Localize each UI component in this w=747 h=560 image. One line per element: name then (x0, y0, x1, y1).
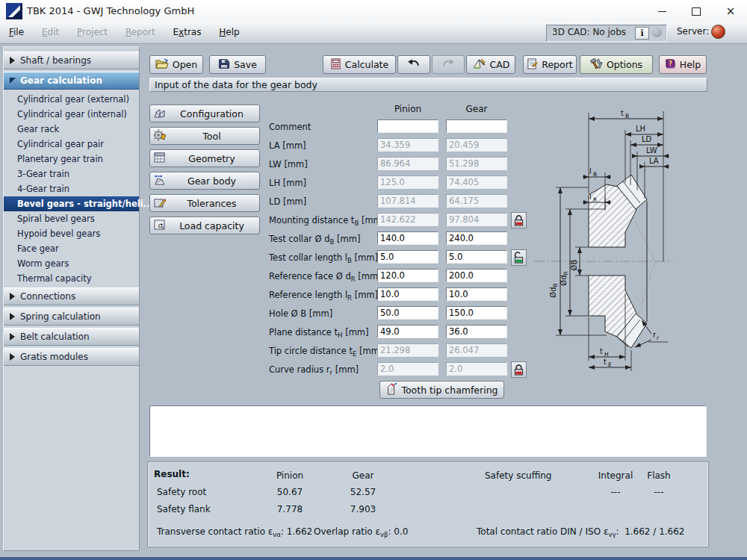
result-col-integral: Integral (593, 470, 638, 481)
minimize-button[interactable] (645, 0, 678, 22)
pinion-hole-diameter-input[interactable] (377, 306, 438, 320)
sidebar-section-gear-calculation[interactable]: Gear calculation (4, 72, 139, 90)
sidebar-item-cylindrical-gear-external[interactable]: Cylindrical gear (external) (4, 92, 139, 107)
menu-help[interactable]: Help (211, 22, 247, 43)
help-button[interactable]: ? Help (659, 55, 707, 74)
svg-text:E: E (608, 361, 612, 368)
redo-button (432, 55, 465, 74)
sidebar-item-worm-gears[interactable]: Worm gears (4, 256, 139, 271)
save-button[interactable]: Save (209, 55, 266, 74)
sidebar-item-face-gear[interactable]: Face gear (4, 241, 139, 256)
field-label-curve-radius: Curve radius rr [mm] (269, 363, 376, 376)
save-floppy-icon (218, 58, 230, 72)
pinion-ld-input (377, 194, 438, 208)
pinion-tip-circle-distance-input (377, 343, 438, 357)
cad-ruler-icon (472, 57, 486, 72)
load-capacity-button[interactable]: σx Load capacity (149, 217, 260, 234)
result-col-pinion: Pinion (267, 470, 312, 481)
result-transverse-ratio: Transverse contact ratio εvα: 1.662 (157, 526, 312, 538)
section-title: Input of the data for the gear body (149, 78, 707, 92)
sidebar-section-belt-calculation[interactable]: Belt calculation (4, 328, 139, 346)
gear-comment-input[interactable] (446, 119, 507, 133)
svg-text:B: B (593, 171, 597, 178)
gear-ld-input (446, 194, 507, 208)
pinion-reference-length-input[interactable] (377, 287, 438, 301)
result-row-label: Safety root (157, 487, 206, 497)
sidebar-section-spring-calculation[interactable]: Spring calculation (4, 308, 139, 326)
configuration-button[interactable]: Configuration (149, 105, 260, 122)
tool-button[interactable]: Tool (149, 127, 260, 145)
sidebar-section-shaft-bearings[interactable]: Shaft / bearings (4, 52, 139, 69)
menu-file[interactable]: File (1, 22, 31, 43)
message-area (149, 405, 707, 457)
menu-project: Project (69, 22, 115, 43)
chevron-right-icon (10, 293, 15, 300)
result-total-ratio: Total contact ratio DIN / ISO εvγ: 1.662… (477, 526, 685, 538)
tooth-tip-chamfering-button[interactable]: Tooth tip chamfering (379, 381, 504, 399)
pinion-reference-face-diameter-input[interactable] (377, 269, 438, 282)
redo-icon (441, 59, 455, 71)
column-header-gear: Gear (446, 104, 507, 114)
dim-label-lr: l (589, 193, 592, 201)
sidebar-item-gear-rack[interactable]: Gear rack (4, 122, 139, 137)
field-label-ld: LD [mm] (269, 195, 376, 208)
result-col-gear: Gear (341, 470, 385, 481)
sidebar-item-4-gear-train[interactable]: 4-Gear train (4, 181, 139, 196)
menu-edit: Edit (34, 22, 66, 43)
options-button[interactable]: Options (580, 55, 653, 74)
app-logo-icon (6, 3, 22, 22)
gear-body-button[interactable]: Gear body (149, 172, 260, 190)
gear-test-collar-length-input[interactable] (446, 250, 507, 264)
maximize-button[interactable] (680, 0, 713, 22)
sidebar-item-hypoid-bevel-gears[interactable]: Hypoid bevel gears (4, 226, 139, 241)
chevron-right-icon (10, 313, 15, 320)
calculator-icon (330, 58, 341, 72)
geometry-button[interactable]: Geometry (149, 149, 260, 167)
gear-reference-length-input[interactable] (446, 287, 507, 301)
close-button[interactable]: × (714, 0, 747, 22)
pinion-lw-input (377, 157, 438, 170)
sidebar-item-bevel-gears[interactable]: Bevel gears - straight/heli... (4, 196, 139, 211)
dim-label-ld: LD (642, 135, 652, 143)
sidebar-section-gratis-modules[interactable]: Gratis modules (4, 348, 139, 366)
tolerances-icon (153, 196, 167, 211)
sidebar-item-cylindrical-gear-pair[interactable]: Cylindrical gear pair (4, 137, 139, 152)
pinion-plane-distance-input[interactable] (377, 325, 438, 338)
pinion-comment-input[interactable] (377, 119, 438, 133)
sidebar-item-thermal-capacity[interactable]: Thermal capacity (4, 271, 139, 286)
gear-lw-input (446, 157, 507, 170)
field-label-comment: Comment (269, 120, 376, 134)
gear-plane-distance-input[interactable] (446, 325, 507, 338)
svg-text:?: ? (669, 60, 672, 67)
pinion-test-collar-diameter-input[interactable] (377, 231, 438, 245)
result-value: --- (593, 487, 638, 497)
report-notepad-icon (527, 58, 538, 72)
field-label-reference-face-diameter: Reference face Ø dR [mm] (269, 270, 376, 283)
configuration-icon (153, 106, 167, 122)
calculate-button[interactable]: Calculate (323, 55, 396, 74)
dim-label-db: ØdB (549, 283, 559, 297)
tolerances-button[interactable]: Tolerances (149, 194, 260, 212)
pinion-test-collar-length-input[interactable] (377, 250, 438, 264)
gear-reference-face-diameter-input[interactable] (446, 269, 507, 282)
report-button[interactable]: Report (523, 55, 577, 74)
sidebar-item-cylindrical-gear-internal[interactable]: Cylindrical gear (internal) (4, 107, 139, 122)
undo-button[interactable] (397, 55, 430, 74)
cad-status-indicator (652, 28, 662, 37)
server-status-indicator (711, 25, 725, 39)
sidebar-item-planetary-gear-train[interactable]: Planetary gear train (4, 152, 139, 167)
pinion-mounting-distance-input (377, 213, 438, 226)
gear-test-collar-diameter-input[interactable] (446, 231, 507, 245)
dim-label-lh: LH (636, 125, 645, 133)
cad-button[interactable]: CAD (466, 55, 515, 74)
sidebar-item-3-gear-train[interactable]: 3-Gear train (4, 167, 139, 181)
undo-icon (407, 59, 421, 71)
sidebar-section-connections[interactable]: Connections (4, 287, 139, 305)
sidebar-item-spiral-bevel-gears[interactable]: Spiral bevel gears (4, 211, 139, 226)
title-bar: TBK 2014 - GWJ Technology GmbH × (0, 0, 747, 23)
cad-info-button[interactable]: i (635, 27, 649, 40)
svg-text:x: x (161, 224, 164, 230)
open-button[interactable]: Open (149, 55, 203, 74)
gear-hole-diameter-input[interactable] (446, 306, 507, 320)
menu-extras[interactable]: Extras (166, 22, 209, 43)
